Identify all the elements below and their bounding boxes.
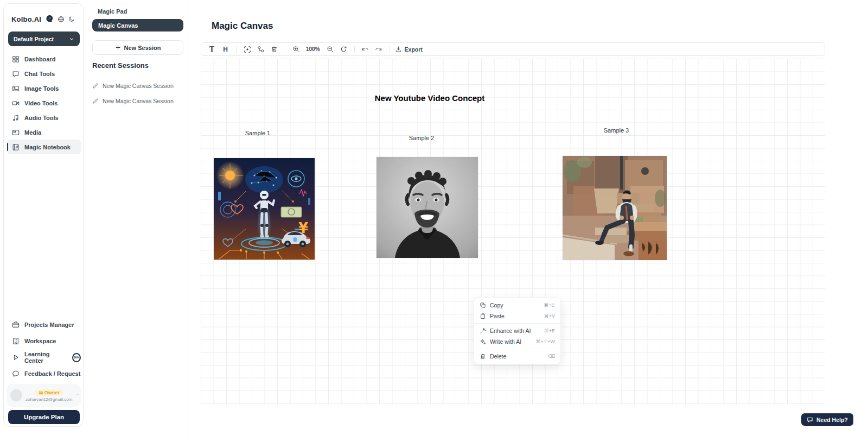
session-item[interactable]: New Magic Canvas Session	[92, 80, 184, 91]
rotate-reset-icon	[340, 46, 347, 53]
recent-sessions-heading: Recent Sessions	[92, 61, 149, 70]
briefcase-icon	[12, 321, 20, 329]
primary-sidebar: Kolbo.AI Default Project Dashboard Chat …	[3, 3, 84, 427]
heading-tool-button[interactable]: H	[220, 44, 231, 54]
tab-magic-canvas-label: Magic Canvas	[98, 22, 138, 29]
sample-label-3[interactable]: Sample 3	[604, 127, 629, 134]
toolbar-separator	[285, 46, 285, 53]
zoom-out-button[interactable]	[324, 44, 336, 54]
audio-icon	[12, 114, 20, 122]
sidebar-item-label: Feedback / Request	[24, 370, 80, 377]
tab-magic-pad[interactable]: Magic Pad	[98, 8, 127, 15]
crown-icon	[39, 390, 43, 395]
secondary-nav: Projects Manager Workspace Learning Cent…	[7, 317, 81, 382]
session-item[interactable]: New Magic Canvas Session	[92, 96, 184, 106]
reset-view-button[interactable]	[338, 44, 349, 54]
page-title: Magic Canvas	[212, 21, 273, 32]
upgrade-plan-button[interactable]: Upgrade Plan	[8, 410, 80, 424]
download-icon	[395, 46, 402, 53]
sidebar-item-feedback[interactable]: Feedback / Request	[7, 366, 81, 382]
export-label: Export	[405, 46, 423, 53]
heading-tool-glyph: H	[223, 46, 228, 53]
delete-tool-button[interactable]	[269, 44, 280, 54]
logo-row: Kolbo.AI	[11, 15, 76, 23]
context-menu-shortcut: ⌘+V	[544, 313, 555, 319]
undo-button[interactable]	[360, 44, 371, 54]
owner-badge: Owner	[35, 389, 63, 396]
user-card[interactable]: Owner zoharvan12@gmail.com ⌃	[7, 384, 81, 407]
progress-badge: 66%	[72, 353, 81, 362]
flow-tool-button[interactable]	[255, 44, 266, 54]
dark-mode-moon-icon[interactable]	[68, 16, 75, 22]
video-icon	[12, 99, 20, 107]
project-selector[interactable]: Default Project	[8, 32, 80, 46]
sample-label-1[interactable]: Sample 1	[245, 130, 270, 136]
pencil-icon	[92, 83, 99, 89]
need-help-button[interactable]: Need Help?	[801, 413, 853, 426]
sample-image-2[interactable]	[376, 157, 478, 258]
canvas-heading[interactable]: New Youtube Video Concept	[375, 93, 485, 103]
sample-image-3[interactable]	[563, 156, 667, 260]
paste-icon	[480, 313, 486, 319]
new-session-label: New Session	[124, 45, 161, 51]
redo-button[interactable]	[373, 44, 385, 54]
toolbar-separator	[390, 46, 390, 53]
pencil-icon	[92, 98, 99, 104]
sidebar-item-label: Learning Center	[24, 351, 66, 364]
media-icon	[12, 129, 20, 136]
sidebar-item-label: Audio Tools	[24, 115, 59, 121]
image-icon	[12, 85, 20, 92]
sample-image-1[interactable]: ¥	[214, 158, 315, 260]
sidebar-item-label: Projects Manager	[24, 322, 74, 328]
chat-help-icon	[807, 417, 813, 423]
tab-magic-canvas[interactable]: Magic Canvas	[92, 19, 183, 32]
feedback-icon	[12, 370, 20, 377]
context-menu-label: Enhance with AI	[490, 327, 540, 334]
text-tool-button[interactable]: T	[206, 44, 218, 54]
sample-label-2[interactable]: Sample 2	[409, 135, 434, 141]
user-email: zoharvan12@gmail.com	[25, 397, 72, 402]
canvas-grid[interactable]: New Youtube Video Concept Sample 1 Sampl…	[201, 59, 825, 405]
zoom-in-button[interactable]	[290, 44, 302, 54]
text-tool-glyph: T	[209, 46, 214, 53]
context-menu-label: Paste	[490, 313, 540, 319]
context-menu-delete[interactable]: Delete ⌫	[474, 351, 560, 362]
new-session-button[interactable]: New Session	[92, 40, 183, 55]
sidebar-item-label: Workspace	[24, 338, 56, 344]
language-globe-icon[interactable]	[58, 16, 65, 23]
sidebar-item-dashboard[interactable]: Dashboard	[7, 52, 81, 66]
sidebar-item-chat-tools[interactable]: Chat Tools	[7, 66, 81, 81]
context-menu-copy[interactable]: Copy ⌘+C	[474, 300, 560, 311]
select-tool-button[interactable]	[241, 44, 253, 54]
zoom-level[interactable]: 100%	[304, 46, 322, 52]
context-menu-label: Delete	[490, 353, 544, 360]
sidebar-item-workspace[interactable]: Workspace	[7, 333, 81, 349]
sidebar-item-audio-tools[interactable]: Audio Tools	[7, 110, 81, 125]
session-item-label: New Magic Canvas Session	[103, 98, 174, 104]
context-menu-divider	[474, 349, 560, 349]
context-menu-paste[interactable]: Paste ⌘+V	[474, 311, 560, 322]
export-button[interactable]: Export	[395, 46, 423, 53]
sidebar-item-label: Magic Notebook	[24, 144, 71, 150]
plus-icon	[115, 45, 121, 51]
sidebar-item-learning-center[interactable]: Learning Center 66%	[7, 349, 81, 366]
sidebar-item-label: Media	[24, 129, 41, 136]
sidebar-item-image-tools[interactable]: Image Tools	[7, 81, 81, 96]
sidebar-item-video-tools[interactable]: Video Tools	[7, 96, 81, 110]
sidebar-item-media[interactable]: Media	[7, 125, 81, 140]
context-menu-label: Write with AI	[490, 338, 532, 345]
logo-head-icon	[45, 15, 54, 23]
redo-icon	[375, 46, 382, 53]
context-menu-enhance-with-ai[interactable]: Enhance with AI ⌘+E	[474, 325, 560, 336]
context-menu-shortcut: ⌫	[548, 354, 555, 359]
undo-icon	[361, 46, 369, 53]
context-menu-write-with-ai[interactable]: Write with AI ⌘+⇧+W	[474, 336, 560, 347]
chevron-down-icon	[69, 36, 74, 42]
sidebar-item-label: Dashboard	[24, 56, 55, 62]
project-selector-label: Default Project	[14, 36, 54, 42]
sidebar-item-projects-manager[interactable]: Projects Manager	[7, 317, 81, 333]
trash-icon	[480, 353, 486, 360]
context-menu-divider	[474, 323, 560, 324]
sidebar-item-magic-notebook[interactable]: Magic Notebook	[7, 140, 81, 154]
play-icon	[12, 354, 20, 361]
